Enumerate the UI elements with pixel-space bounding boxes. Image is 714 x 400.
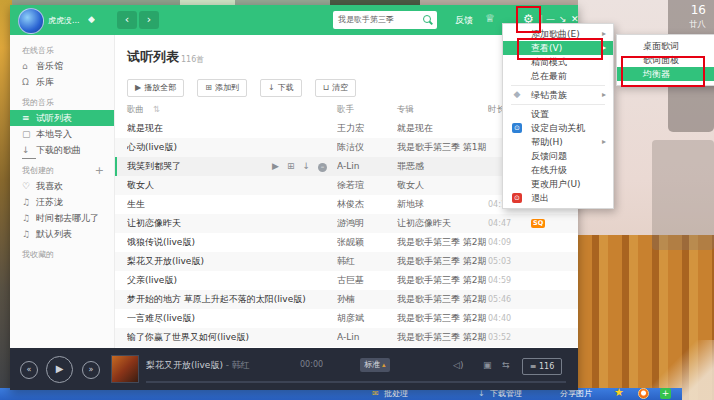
column-album[interactable]: 专辑 — [397, 101, 414, 117]
search-icon[interactable] — [423, 15, 431, 23]
submenu-item-equalizer[interactable]: 均衡器 — [617, 67, 714, 81]
row-play-icon[interactable]: ▶ — [272, 161, 279, 171]
sidebar-item-downloaded[interactable]: ↓下载的歌曲 — [10, 142, 114, 158]
play-all-button[interactable]: ▶播放全部 — [127, 79, 184, 97]
username[interactable]: 虎虎没... — [48, 15, 80, 26]
table-row[interactable]: 父亲(live版)古巨基我是歌手第三季 第2期04:59 — [115, 271, 578, 290]
view-submenu: 桌面歌词 歌词面板 均衡器 — [616, 34, 714, 86]
table-row[interactable]: 梨花又开放(live版)韩红我是歌手第三季 第2期05:03 — [115, 252, 578, 271]
add-playlist-icon[interactable]: + — [95, 163, 104, 178]
taskbar-item-batch[interactable]: 批处理 — [384, 389, 408, 399]
search-input[interactable]: 我是歌手第三季 — [338, 11, 394, 29]
calendar-day: 16 — [691, 3, 706, 17]
camera-tray-icon[interactable] — [638, 388, 649, 399]
sort-icon[interactable]: ⇅ — [153, 101, 160, 117]
table-row[interactable]: 梦开始的地方 草原上升起不落的太阳(live版)孙楠我是歌手第三季 第2期05:… — [115, 290, 578, 309]
volume-icon[interactable]: ◁) — [453, 360, 463, 370]
add-to-button[interactable]: ⊞添加到 — [197, 79, 247, 97]
add-box-icon: ⊞ — [205, 83, 212, 92]
sidebar-item-library[interactable]: Ω乐库 — [10, 74, 114, 90]
forward-button[interactable]: › — [139, 11, 159, 29]
menu-item-add-songs[interactable]: 添加歌曲(E)▸ — [503, 27, 613, 41]
taskbar-item-share-images[interactable]: 分享图片 — [560, 389, 592, 399]
titlebar: 虎虎没... ◆ ‹ › 我是歌手第三季 反馈 ♕ ⚙ | — ↘ ✕ — [10, 5, 578, 35]
timer-icon: ⊙ — [512, 123, 522, 133]
sidebar-item-audition-list[interactable]: ≡试听列表 — [10, 110, 114, 126]
download-icon: ↓ — [268, 83, 275, 92]
back-button[interactable]: ‹ — [117, 11, 137, 29]
table-row[interactable]: 饿狼传说(live版)张靓颖我是歌手第三季 第2期04:09 — [115, 233, 578, 252]
menu-item-green-diamond[interactable]: ◆绿钻贵族▸ — [503, 88, 613, 102]
row-remove-icon[interactable]: – — [318, 163, 327, 172]
row-add-icon[interactable]: ⊞ — [287, 161, 295, 171]
favorites-star-icon[interactable]: ★ — [614, 386, 624, 399]
menu-item-feedback[interactable]: 反馈问题 — [503, 149, 613, 163]
add-tray-icon[interactable]: + — [660, 388, 671, 399]
headset-icon: Ω — [22, 74, 36, 90]
sidebar-item-favorites[interactable]: ♡我喜欢 — [10, 178, 114, 194]
page-title: 试听列表 — [127, 48, 179, 66]
previous-button[interactable]: « — [20, 361, 38, 379]
menu-item-settings[interactable]: 设置 — [503, 107, 613, 121]
submenu-arrow-icon: ▸ — [602, 88, 606, 102]
home-icon: ⌂ — [22, 58, 36, 74]
quality-selector[interactable]: 标准▴ — [360, 358, 390, 372]
menu-item-auto-shutdown[interactable]: ⊙设定自动关机 — [503, 121, 613, 135]
trash-icon: ⊔ — [323, 83, 329, 92]
submenu-item-desktop-lyrics[interactable]: 桌面歌词 — [617, 39, 714, 53]
column-artist[interactable]: 歌手 — [337, 101, 354, 117]
sidebar-item-playlist-1[interactable]: ♫汪苏泷 — [10, 194, 114, 210]
progress-bar[interactable] — [146, 381, 566, 383]
avatar[interactable] — [18, 8, 44, 34]
clear-button[interactable]: ⊔清空 — [315, 79, 356, 97]
note-icon: ♫ — [22, 194, 36, 210]
power-icon: ⊙ — [512, 193, 522, 203]
menu-item-online-update[interactable]: 在线升级 — [503, 163, 613, 177]
sidebar-item-local-import[interactable]: ▢本地导入 — [10, 126, 114, 142]
taskbar-item-download-manager[interactable]: 下载管理 — [490, 389, 522, 399]
toolbar: ▶播放全部 ⊞添加到 ↓下载 ⊔清空 — [127, 75, 364, 97]
calendar-lunar-date: 廿八 — [689, 19, 706, 31]
table-row[interactable]: 让初恋像昨天游鸿明让初恋像昨天04:47SQ — [115, 214, 578, 233]
download-icon: ↓ — [22, 142, 36, 159]
lyrics-icon[interactable]: ▣ — [483, 360, 492, 370]
menu-item-view[interactable]: 查看(V)▸ — [503, 41, 613, 55]
table-row[interactable]: 输了你赢了世界又如何(live版)A-Lin我是歌手第三季 第2期03:52 — [115, 328, 578, 347]
submenu-arrow-icon: ▸ — [602, 41, 606, 55]
player-bar: « ▶ » 梨花又开放(live版) - 韩红 00:00 标准▴ ◁) ▣ ⇆… — [10, 348, 578, 390]
column-song[interactable]: 歌曲 — [127, 101, 144, 117]
submenu-item-lyrics-panel[interactable]: 歌词面板 — [617, 53, 714, 67]
vip-diamond-icon: ◆ — [88, 14, 95, 24]
sidebar-item-playlist-2[interactable]: ♫时间都去哪儿了 — [10, 210, 114, 226]
menu-item-exit[interactable]: ⊙退出 — [503, 191, 613, 205]
playback-time: 00:00 — [300, 360, 323, 369]
search-box[interactable]: 我是歌手第三季 — [333, 11, 437, 29]
album-art[interactable] — [111, 355, 139, 383]
menu-divider — [511, 104, 605, 105]
sidebar-section-online: 在线音乐 — [10, 43, 114, 58]
music-player-window: 虎虎没... ◆ ‹ › 我是歌手第三季 反馈 ♕ ⚙ | — ↘ ✕ 在线音乐… — [10, 5, 578, 390]
play-button[interactable]: ▶ — [46, 356, 73, 383]
menu-item-help[interactable]: 帮助(H)▸ — [503, 135, 613, 149]
note-icon: ♫ — [22, 226, 36, 242]
menu-item-switch-user[interactable]: 更改用户(U) — [503, 177, 613, 191]
row-download-icon[interactable]: ↓ — [302, 161, 310, 171]
desktop-widget-panel — [652, 140, 714, 250]
settings-dropdown-menu: 添加歌曲(E)▸ 查看(V)▸ 精简模式 总在最前 ◆绿钻贵族▸ 设置 ⊙设定自… — [502, 23, 614, 209]
menu-item-always-on-top[interactable]: 总在最前 — [503, 69, 613, 83]
feedback-link[interactable]: 反馈 — [455, 14, 473, 27]
play-icon: ▶ — [135, 83, 141, 92]
table-row[interactable]: 一言难尽(live版)胡彦斌我是歌手第三季 第2期04:40 — [115, 309, 578, 328]
sidebar-item-music-hall[interactable]: ⌂音乐馆 — [10, 58, 114, 74]
crown-vip-icon[interactable]: ♕ — [485, 12, 495, 25]
submenu-arrow-icon: ▸ — [602, 27, 606, 41]
sidebar: 在线音乐 ⌂音乐馆 Ω乐库 我的音乐 ≡试听列表 ▢本地导入 ↓下载的歌曲 我创… — [10, 35, 115, 353]
batch-icon: ✉ — [372, 389, 379, 399]
next-button[interactable]: » — [82, 361, 100, 379]
sidebar-item-playlist-3[interactable]: ♫默认列表 — [10, 226, 114, 242]
playlist-toggle[interactable]: ≡ 116 — [522, 358, 562, 375]
download-button[interactable]: ↓下载 — [260, 79, 302, 97]
now-playing-artist[interactable]: - 韩红 — [223, 360, 250, 370]
play-mode-icon[interactable]: ⇆ — [502, 360, 510, 370]
menu-item-mini-mode[interactable]: 精简模式 — [503, 55, 613, 69]
